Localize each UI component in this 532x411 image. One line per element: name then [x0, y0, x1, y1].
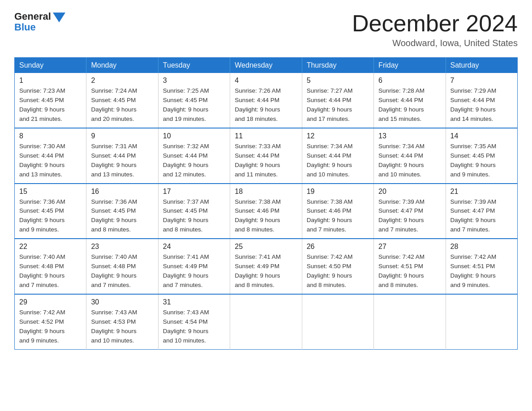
day-number: 22: [19, 243, 82, 251]
calendar-cell: 18Sunrise: 7:38 AMSunset: 4:46 PMDayligh…: [230, 184, 302, 239]
day-number: 23: [91, 243, 153, 251]
calendar-cell: [446, 294, 517, 349]
calendar-cell: 17Sunrise: 7:37 AMSunset: 4:45 PMDayligh…: [158, 184, 230, 239]
calendar-cell: 16Sunrise: 7:36 AMSunset: 4:45 PMDayligh…: [86, 184, 158, 239]
day-number: 6: [378, 77, 441, 85]
day-number: 29: [19, 298, 82, 306]
day-number: 11: [235, 132, 297, 140]
day-number: 1: [19, 77, 82, 85]
title-block: December 2024 Woodward, Iowa, United Sta…: [352, 11, 518, 48]
day-info: Sunrise: 7:23 AMSunset: 4:45 PMDaylight:…: [19, 87, 65, 122]
calendar-cell: 7Sunrise: 7:29 AMSunset: 4:44 PMDaylight…: [446, 73, 517, 128]
logo-general-text: General: [14, 11, 51, 22]
day-info: Sunrise: 7:25 AMSunset: 4:45 PMDaylight:…: [163, 87, 209, 122]
day-number: 5: [307, 77, 369, 85]
day-info: Sunrise: 7:40 AMSunset: 4:48 PMDaylight:…: [19, 253, 65, 288]
day-info: Sunrise: 7:27 AMSunset: 4:44 PMDaylight:…: [307, 87, 353, 122]
calendar-cell: 26Sunrise: 7:42 AMSunset: 4:50 PMDayligh…: [302, 239, 373, 294]
day-info: Sunrise: 7:43 AMSunset: 4:54 PMDaylight:…: [163, 309, 209, 344]
day-number: 27: [378, 243, 441, 251]
day-info: Sunrise: 7:34 AMSunset: 4:44 PMDaylight:…: [378, 143, 425, 178]
day-info: Sunrise: 7:38 AMSunset: 4:46 PMDaylight:…: [235, 198, 281, 233]
calendar-cell: 25Sunrise: 7:41 AMSunset: 4:49 PMDayligh…: [230, 239, 302, 294]
calendar-cell: 24Sunrise: 7:41 AMSunset: 4:49 PMDayligh…: [158, 239, 230, 294]
calendar-cell: 2Sunrise: 7:24 AMSunset: 4:45 PMDaylight…: [86, 73, 158, 128]
day-number: 16: [91, 188, 153, 196]
day-info: Sunrise: 7:42 AMSunset: 4:50 PMDaylight:…: [307, 253, 353, 288]
day-info: Sunrise: 7:34 AMSunset: 4:44 PMDaylight:…: [307, 143, 353, 178]
day-number: 25: [235, 243, 297, 251]
day-info: Sunrise: 7:40 AMSunset: 4:48 PMDaylight:…: [91, 253, 137, 288]
day-number: 3: [163, 77, 225, 85]
calendar-cell: 31Sunrise: 7:43 AMSunset: 4:54 PMDayligh…: [158, 294, 230, 349]
day-number: 20: [378, 188, 441, 196]
day-number: 24: [163, 243, 225, 251]
col-header-friday: Friday: [374, 58, 446, 73]
col-header-wednesday: Wednesday: [230, 58, 302, 73]
day-info: Sunrise: 7:43 AMSunset: 4:53 PMDaylight:…: [91, 309, 137, 344]
logo-blue-text: Blue: [14, 21, 36, 33]
calendar-cell: 30Sunrise: 7:43 AMSunset: 4:53 PMDayligh…: [86, 294, 158, 349]
col-header-sunday: Sunday: [15, 58, 86, 73]
calendar-cell: 9Sunrise: 7:31 AMSunset: 4:44 PMDaylight…: [86, 128, 158, 184]
day-info: Sunrise: 7:26 AMSunset: 4:44 PMDaylight:…: [235, 87, 281, 122]
logo: General Blue: [14, 11, 65, 33]
day-number: 12: [307, 132, 369, 140]
day-number: 15: [19, 188, 82, 196]
day-number: 9: [91, 132, 153, 140]
calendar-week-row: 8Sunrise: 7:30 AMSunset: 4:44 PMDaylight…: [15, 128, 518, 184]
col-header-monday: Monday: [86, 58, 158, 73]
day-number: 21: [450, 188, 513, 196]
day-number: 10: [163, 132, 225, 140]
day-info: Sunrise: 7:32 AMSunset: 4:44 PMDaylight:…: [163, 143, 209, 178]
day-number: 18: [235, 188, 297, 196]
day-info: Sunrise: 7:39 AMSunset: 4:47 PMDaylight:…: [450, 198, 497, 233]
calendar-cell: 10Sunrise: 7:32 AMSunset: 4:44 PMDayligh…: [158, 128, 230, 184]
day-number: 28: [450, 243, 513, 251]
calendar-cell: 21Sunrise: 7:39 AMSunset: 4:47 PMDayligh…: [446, 184, 517, 239]
calendar-week-row: 15Sunrise: 7:36 AMSunset: 4:45 PMDayligh…: [15, 184, 518, 239]
day-info: Sunrise: 7:24 AMSunset: 4:45 PMDaylight:…: [91, 87, 137, 122]
col-header-tuesday: Tuesday: [158, 58, 230, 73]
day-number: 14: [450, 132, 513, 140]
day-number: 13: [378, 132, 441, 140]
month-title: December 2024: [352, 11, 518, 36]
calendar-cell: 14Sunrise: 7:35 AMSunset: 4:45 PMDayligh…: [446, 128, 517, 184]
day-info: Sunrise: 7:33 AMSunset: 4:44 PMDaylight:…: [235, 143, 281, 178]
calendar-cell: 5Sunrise: 7:27 AMSunset: 4:44 PMDaylight…: [302, 73, 373, 128]
day-info: Sunrise: 7:31 AMSunset: 4:44 PMDaylight:…: [91, 143, 137, 178]
calendar-cell: 20Sunrise: 7:39 AMSunset: 4:47 PMDayligh…: [374, 184, 446, 239]
col-header-saturday: Saturday: [446, 58, 517, 73]
calendar-cell: 19Sunrise: 7:38 AMSunset: 4:46 PMDayligh…: [302, 184, 373, 239]
day-info: Sunrise: 7:36 AMSunset: 4:45 PMDaylight:…: [91, 198, 137, 233]
day-info: Sunrise: 7:38 AMSunset: 4:46 PMDaylight:…: [307, 198, 353, 233]
calendar-cell: 22Sunrise: 7:40 AMSunset: 4:48 PMDayligh…: [15, 239, 86, 294]
day-info: Sunrise: 7:41 AMSunset: 4:49 PMDaylight:…: [163, 253, 209, 288]
calendar-cell: 29Sunrise: 7:42 AMSunset: 4:52 PMDayligh…: [15, 294, 86, 349]
calendar-cell: 4Sunrise: 7:26 AMSunset: 4:44 PMDaylight…: [230, 73, 302, 128]
calendar-week-row: 29Sunrise: 7:42 AMSunset: 4:52 PMDayligh…: [15, 294, 518, 349]
calendar-table: SundayMondayTuesdayWednesdayThursdayFrid…: [14, 57, 518, 349]
day-number: 30: [91, 298, 153, 306]
day-number: 17: [163, 188, 225, 196]
calendar-header-row: SundayMondayTuesdayWednesdayThursdayFrid…: [15, 58, 518, 73]
day-info: Sunrise: 7:29 AMSunset: 4:44 PMDaylight:…: [450, 87, 497, 122]
calendar-cell: 13Sunrise: 7:34 AMSunset: 4:44 PMDayligh…: [374, 128, 446, 184]
calendar-cell: 23Sunrise: 7:40 AMSunset: 4:48 PMDayligh…: [86, 239, 158, 294]
calendar-week-row: 22Sunrise: 7:40 AMSunset: 4:48 PMDayligh…: [15, 239, 518, 294]
calendar-cell: 1Sunrise: 7:23 AMSunset: 4:45 PMDaylight…: [15, 73, 86, 128]
day-number: 2: [91, 77, 153, 85]
calendar-cell: 6Sunrise: 7:28 AMSunset: 4:44 PMDaylight…: [374, 73, 446, 128]
day-info: Sunrise: 7:30 AMSunset: 4:44 PMDaylight:…: [19, 143, 65, 178]
location-label: Woodward, Iowa, United States: [352, 38, 518, 48]
logo-triangle-icon: [53, 13, 65, 22]
page-header: General Blue December 2024 Woodward, Iow…: [14, 11, 518, 48]
calendar-cell: [302, 294, 373, 349]
col-header-thursday: Thursday: [302, 58, 373, 73]
day-number: 19: [307, 188, 369, 196]
day-info: Sunrise: 7:35 AMSunset: 4:45 PMDaylight:…: [450, 143, 497, 178]
calendar-cell: 28Sunrise: 7:42 AMSunset: 4:51 PMDayligh…: [446, 239, 517, 294]
calendar-cell: 15Sunrise: 7:36 AMSunset: 4:45 PMDayligh…: [15, 184, 86, 239]
calendar-cell: 12Sunrise: 7:34 AMSunset: 4:44 PMDayligh…: [302, 128, 373, 184]
day-number: 7: [450, 77, 513, 85]
